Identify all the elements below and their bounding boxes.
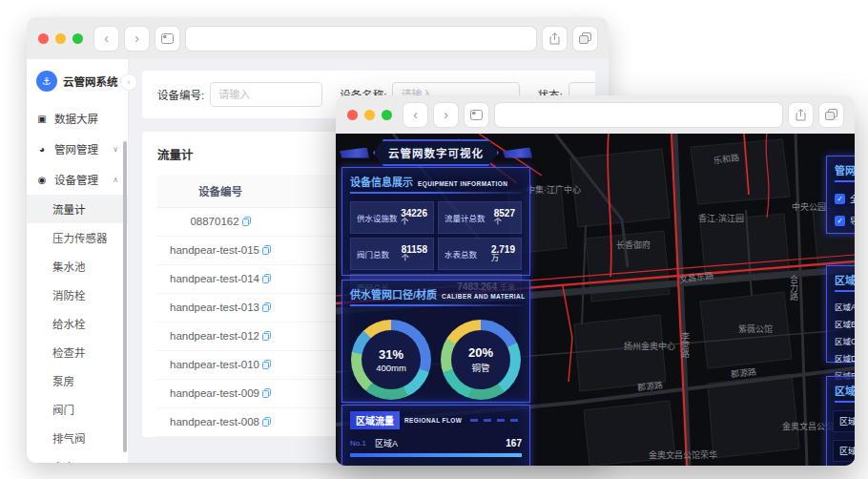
pie-icon: ◕ <box>36 144 48 155</box>
map-label: 香江·滨江园 <box>698 212 744 224</box>
dashboard-browser-window: ‹ › <box>336 95 855 466</box>
device-id: handpear-test-008 <box>170 416 259 427</box>
sidebar-item-data-screen[interactable]: ▣ 数据大屏 <box>27 103 128 134</box>
sidebar-item-device-mgmt[interactable]: ◉ 设备管理 ∧ <box>27 164 128 195</box>
address-bar[interactable] <box>495 103 782 127</box>
tab-overview-icon[interactable] <box>573 27 597 51</box>
flow-row: No.1 区域A 167 <box>342 432 529 451</box>
legend-row: 区域A <box>827 298 855 315</box>
sidebar-item-pipe-network[interactable]: ◕ 管网管理 ∨ <box>27 134 128 164</box>
title-underline <box>835 401 855 403</box>
copy-icon[interactable] <box>262 417 271 428</box>
copy-icon[interactable] <box>262 245 271 257</box>
window-controls <box>38 33 83 44</box>
sidebar-toggle-icon[interactable] <box>155 27 179 51</box>
forward-button[interactable]: › <box>434 103 458 127</box>
sidebar-subitem-fire-hydrant[interactable]: 消防栓 <box>27 281 128 309</box>
flow-rank: No.1 <box>350 439 375 448</box>
device-id: handpear-test-013 <box>170 302 259 313</box>
panel-title-cn: 区域统计 <box>835 272 855 287</box>
copy-icon[interactable] <box>262 331 271 343</box>
device-id: handpear-test-015 <box>170 244 259 256</box>
sidebar-subitem-exhaust-valve[interactable]: 排气阀 <box>27 424 128 452</box>
sidebar-subitem-outlet[interactable]: 出水口 <box>27 452 128 463</box>
sidebar-subitem-pump-house[interactable]: 泵房 <box>27 366 128 395</box>
device-id: 08870162 <box>190 216 238 227</box>
sidebar-subitem-valve[interactable]: 阀门 <box>27 395 128 424</box>
share-icon[interactable] <box>543 27 567 51</box>
copy-icon[interactable] <box>242 217 251 228</box>
stat-water-meters: 水表总数 2.719万 <box>438 238 522 270</box>
chevron-down-icon: ∨ <box>113 145 118 154</box>
flow-bar <box>350 453 522 457</box>
share-icon[interactable] <box>789 103 813 127</box>
stat-label: 水表总数 <box>444 248 477 260</box>
copy-icon[interactable] <box>262 274 271 285</box>
checkbox-checked-icon[interactable] <box>835 194 845 204</box>
zoom-window-button[interactable] <box>72 33 83 44</box>
donut-percent: 20% <box>468 345 493 360</box>
back-button[interactable]: ‹ <box>94 27 118 51</box>
region-row[interactable]: 区域C <box>833 440 855 462</box>
device-id-input[interactable] <box>210 82 322 107</box>
minimize-window-button[interactable] <box>55 33 66 44</box>
stat-label: 流量计总数 <box>444 212 486 223</box>
device-id-label: 设备编号: <box>157 87 204 102</box>
sidebar-subitem-sump[interactable]: 集水池 <box>27 252 128 281</box>
zoom-window-button[interactable] <box>382 110 392 120</box>
browser-chrome: ‹ › <box>336 95 855 134</box>
map-label: 中央公园 <box>792 200 826 213</box>
address-bar[interactable] <box>186 27 536 51</box>
legend-label: 区域C <box>835 335 855 346</box>
forward-button[interactable]: › <box>125 27 149 51</box>
legend-row: 区域D <box>827 349 855 366</box>
close-window-button[interactable] <box>347 110 358 120</box>
flow-region: 区域C <box>375 464 506 466</box>
flow-value: 167 <box>506 438 522 448</box>
stat-valves: 阀门总数 81158个 <box>350 238 434 270</box>
stat-unit: 个 <box>494 219 515 227</box>
flow-value: 123 <box>506 465 522 466</box>
sidebar-item-label: 数据大屏 <box>54 111 98 126</box>
app-logo: ⚓ 云管网系统 <box>27 59 128 103</box>
stat-unit: 个 <box>401 219 427 227</box>
sidebar-subitem-inspection-well[interactable]: 检查井 <box>27 338 128 366</box>
device-id: handpear-test-012 <box>170 330 259 342</box>
title-underline <box>835 180 855 182</box>
copy-icon[interactable] <box>262 388 271 400</box>
window-controls <box>347 110 392 120</box>
panel-title-en: REGIONAL FLOW <box>404 417 462 424</box>
checkbox-label: 导入图层 <box>850 215 855 227</box>
sidebar-scrollbar[interactable] <box>123 141 127 452</box>
stat-unit: 个 <box>402 255 427 263</box>
title-dashes-decoration <box>470 419 522 422</box>
device-id: handpear-test-009 <box>170 387 259 399</box>
device-icon: ◉ <box>36 175 48 185</box>
region-row[interactable]: 区域B <box>833 410 855 432</box>
flow-bar-track <box>350 453 522 457</box>
regional-flow-panel: 区域流量 REGIONAL FLOW No.1 区域A 167 No.2 区域C… <box>341 405 530 466</box>
close-window-button[interactable] <box>38 33 49 44</box>
stat-water-facilities: 供水设施数 34226个 <box>350 201 434 234</box>
header-left-decoration <box>340 148 369 158</box>
sidebar-collapse-handle[interactable]: ‹ <box>121 74 136 90</box>
sidebar-item-label: 设备管理 <box>54 172 98 187</box>
sidebar: ‹ ⚓ 云管网系统 ▣ 数据大屏 ◕ 管网管理 ∨ ◉ 设备管理 ∧ 流量计 压… <box>27 59 129 463</box>
caliber-donut-chart: 31% 400mm <box>351 320 431 400</box>
region-stats-panel: 区域统计 区域A 区域B 区域C 区域D 区域E 0 <box>826 265 855 363</box>
sidebar-subitem-pressure-sensor[interactable]: 压力传感器 <box>27 223 128 252</box>
sidebar-toggle-icon[interactable] <box>465 103 488 127</box>
panel-title-cn: 设备信息展示 <box>350 174 413 189</box>
checkbox-checked-icon[interactable] <box>835 216 845 226</box>
sidebar-subitem-flowmeter[interactable]: 流量计 <box>27 195 128 223</box>
donut-percent: 31% <box>379 347 403 362</box>
copy-icon[interactable] <box>262 360 271 371</box>
back-button[interactable]: ‹ <box>403 103 427 127</box>
sidebar-subitem-water-hydrant[interactable]: 给水栓 <box>27 309 128 338</box>
minimize-window-button[interactable] <box>364 110 375 120</box>
copy-icon[interactable] <box>262 302 271 314</box>
app-title: 云管网系统 <box>63 73 118 89</box>
tab-overview-icon[interactable] <box>819 103 843 127</box>
stat-flowmeters: 流量计总数 8527个 <box>438 201 522 234</box>
column-header-device-id: 设备编号 <box>157 175 283 208</box>
